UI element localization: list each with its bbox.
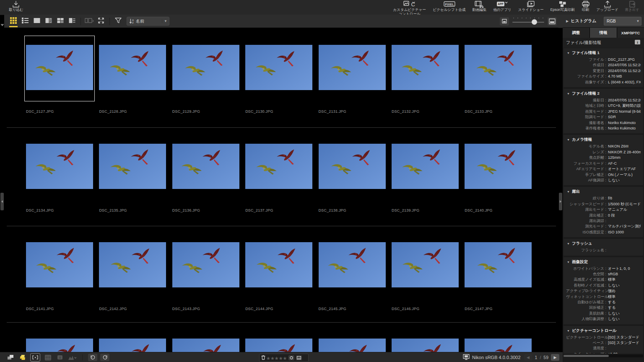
- left-panel-expand-handle[interactable]: [0, 193, 4, 210]
- thumbnail-image[interactable]: [319, 45, 386, 90]
- thumbnail-image[interactable]: [99, 144, 166, 189]
- thumbnail-image[interactable]: [99, 242, 166, 287]
- slideshow-button[interactable]: スライドショー: [516, 0, 546, 15]
- thumbnail-image[interactable]: [319, 144, 386, 189]
- thumbnail-cell[interactable]: DSC_2146.JPG: [392, 242, 459, 322]
- thumbnail-cell[interactable]: DSC_2133.JPG: [465, 45, 532, 127]
- thumbnail-image[interactable]: [245, 339, 312, 352]
- star-icon[interactable]: ★: [275, 356, 279, 361]
- thumbnail-size-slider[interactable]: [512, 17, 544, 26]
- thumbnail-image[interactable]: [465, 339, 532, 352]
- pixel-shift-button[interactable]: PIXELピクセルシフト合成: [431, 0, 468, 15]
- thumbnail-larger-button[interactable]: [548, 17, 557, 26]
- star-icon[interactable]: ★: [279, 356, 283, 361]
- view-grid-button[interactable]: [8, 16, 19, 26]
- label-button[interactable]: [288, 355, 294, 360]
- thumbnail-cell[interactable]: DSC_2134.JPG: [26, 144, 93, 226]
- fit-view-button[interactable]: [96, 16, 106, 26]
- import-button[interactable]: 取り込む: [7, 0, 25, 15]
- custom-picture-control-button[interactable]: Cカスタムピクチャーコントロール: [391, 0, 428, 15]
- thumbnail-cell[interactable]: DSC_2135.JPG: [99, 144, 166, 226]
- view-list-button[interactable]: [20, 16, 31, 26]
- next-image-button[interactable]: ▶: [551, 354, 559, 361]
- tab-adjust[interactable]: 調整: [563, 28, 589, 38]
- rotate-ccw-button[interactable]: [88, 354, 97, 361]
- thumbnail-image[interactable]: [172, 339, 239, 352]
- view-edit-list-button[interactable]: [67, 16, 78, 26]
- info-section-header[interactable]: ▼カメラ情報: [566, 136, 641, 144]
- thumbnail-image[interactable]: [245, 144, 312, 189]
- thumbnail-cell[interactable]: DSC_2144.JPG: [245, 242, 312, 322]
- thumbnail-cell[interactable]: DSC_2142.JPG: [99, 242, 166, 322]
- thumbnail-image[interactable]: [172, 242, 239, 287]
- histogram-expand-icon[interactable]: ▶: [566, 19, 569, 23]
- thumbnail-cell[interactable]: DSC_2145.JPG: [319, 242, 386, 322]
- grid-overlay-button[interactable]: [43, 354, 52, 361]
- export-button[interactable]: 書き出す: [623, 0, 641, 15]
- info-section-header[interactable]: ▼ファイル情報 1: [566, 49, 641, 57]
- info-section-header[interactable]: ▼画像設定: [566, 259, 641, 266]
- histogram-header[interactable]: ▶ ヒストグラム RGB ▼: [563, 15, 644, 28]
- section-collapse-icon[interactable]: ▼: [567, 52, 570, 54]
- thumbnail-image[interactable]: [26, 339, 93, 352]
- thumbnail-image[interactable]: [392, 45, 459, 90]
- other-apps-button[interactable]: APP他のアプリ: [491, 0, 513, 15]
- thumbnail-image[interactable]: [245, 242, 312, 287]
- thumbnail-image[interactable]: [26, 45, 93, 90]
- video-edit-button[interactable]: 動画編集: [470, 0, 488, 15]
- compare-mode-button[interactable]: [84, 16, 95, 26]
- star-icon[interactable]: ★: [266, 356, 270, 361]
- scrollbar-thumb[interactable]: [564, 355, 609, 357]
- thumbnail-image[interactable]: [319, 242, 386, 287]
- star-icon[interactable]: ★: [283, 356, 287, 361]
- thumbnail-image[interactable]: [465, 144, 532, 189]
- sidebar-horizontal-scrollbar[interactable]: [564, 354, 643, 357]
- thumbnail-image[interactable]: [465, 242, 532, 287]
- thumbnail-image[interactable]: [26, 144, 93, 189]
- section-collapse-icon[interactable]: ▼: [567, 190, 570, 193]
- thumbnail-cell[interactable]: [465, 339, 532, 352]
- info-card-icon[interactable]: i: [634, 39, 641, 47]
- thumbnail-image[interactable]: [245, 45, 312, 90]
- shooting-info-button[interactable]: i: [55, 354, 65, 361]
- thumbnail-image[interactable]: [392, 144, 459, 189]
- filter-button[interactable]: [113, 16, 124, 26]
- thumbnail-image[interactable]: [99, 339, 166, 352]
- right-panel-collapse-handle[interactable]: [559, 193, 562, 210]
- previous-image-button[interactable]: ◀: [524, 354, 532, 361]
- thumbnail-cell[interactable]: DSC_2137.JPG: [245, 144, 312, 226]
- histogram-channel-dropdown[interactable]: RGB ▼: [604, 17, 641, 26]
- info-section-header[interactable]: ▼露出: [566, 188, 641, 196]
- view-single-button[interactable]: [31, 16, 42, 26]
- grouping-layers-button[interactable]: [18, 354, 27, 361]
- print-button[interactable]: 印刷: [579, 0, 592, 15]
- thumbnail-cell[interactable]: [26, 339, 93, 352]
- thumbnail-cell[interactable]: [319, 339, 386, 352]
- thumbnail-cell[interactable]: DSC_2130.JPG: [245, 45, 312, 127]
- thumbnail-cell[interactable]: DSC_2132.JPG: [392, 45, 459, 127]
- thumbnail-cell[interactable]: DSC_2129.JPG: [172, 45, 239, 127]
- thumbnail-cell[interactable]: [99, 339, 166, 352]
- sort-dropdown[interactable]: AZ 名前 ▼: [127, 17, 169, 26]
- thumbnail-stack-button[interactable]: [6, 354, 15, 361]
- thumbnail-image[interactable]: [172, 144, 239, 189]
- thumbnail-image[interactable]: [392, 339, 459, 352]
- thumbnail-image[interactable]: [172, 45, 239, 90]
- upload-button[interactable]: アップロード: [595, 0, 621, 15]
- section-collapse-icon[interactable]: ▼: [567, 242, 570, 245]
- thumbnail-cell[interactable]: [245, 339, 312, 352]
- section-collapse-icon[interactable]: ▼: [567, 329, 570, 332]
- thumbnail-cell[interactable]: DSC_2138.JPG: [319, 144, 386, 226]
- thumbnail-cell[interactable]: DSC_2127.JPG: [26, 45, 93, 127]
- section-collapse-icon[interactable]: ▼: [567, 138, 570, 141]
- thumbnail-image[interactable]: [465, 45, 532, 90]
- info-section-header[interactable]: ▼フラッシュ: [566, 240, 641, 248]
- thumbnail-cell[interactable]: DSC_2140.JPG: [465, 144, 532, 226]
- thumbnail-cell[interactable]: DSC_2128.JPG: [99, 45, 166, 127]
- thumbnail-cell[interactable]: DSC_2139.JPG: [392, 144, 459, 226]
- thumbnail-cell[interactable]: [172, 339, 239, 352]
- thumbnail-cell[interactable]: DSC_2141.JPG: [26, 242, 93, 322]
- focus-point-button[interactable]: [30, 353, 40, 362]
- thumbnail-image[interactable]: [319, 339, 386, 352]
- section-collapse-icon[interactable]: ▼: [567, 261, 570, 264]
